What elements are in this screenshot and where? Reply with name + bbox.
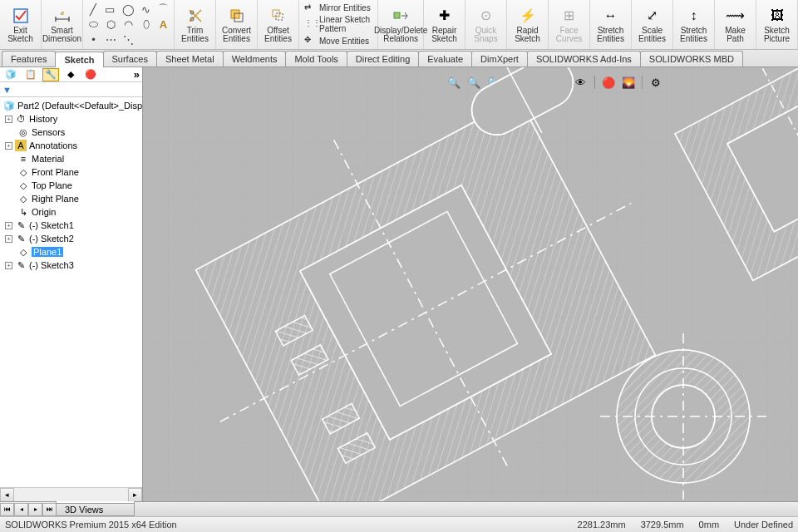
tree-node-front-plane[interactable]: ◇Front Plane — [0, 165, 142, 179]
bottom-tab-nav: ⏮ ◂ ▸ ⏭ — [0, 503, 57, 516]
node-icon: ✎ — [15, 233, 27, 244]
node-label: (-) Sketch3 — [29, 260, 74, 270]
misc-tool[interactable]: ⋱ — [123, 33, 134, 47]
status-edition: SOLIDWORKS Premium 2015 x64 Edition — [5, 520, 177, 530]
tree-node-plane1[interactable]: ◇Plane1 — [0, 245, 142, 259]
expand-icon[interactable]: + — [5, 116, 12, 123]
status-coord-x: 2281.23mm — [578, 520, 626, 530]
tab-nav-last[interactable]: ⏭ — [42, 503, 57, 516]
svg-rect-8 — [394, 12, 400, 18]
node-icon: A — [15, 140, 27, 151]
make-path-button[interactable]: ⟿ Make Path — [715, 0, 756, 49]
quick-snaps-button[interactable]: ⊙ Quick Snaps — [466, 0, 507, 49]
tree-tab-property[interactable]: 📋 — [22, 68, 39, 81]
stretch-entities-button-2[interactable]: ↕ Stretch Entities — [673, 0, 715, 49]
snaps-icon: ⊙ — [477, 7, 495, 25]
polygon-tool[interactable]: ⬡ — [106, 17, 116, 31]
spline-tool[interactable]: ∿ — [141, 2, 151, 16]
tree-expand-button[interactable]: » — [134, 68, 140, 81]
circle-tool[interactable]: ◯ — [122, 2, 135, 16]
tree-node--sketch3[interactable]: +✎(-) Sketch3 — [0, 259, 142, 272]
tree-tab-dim[interactable]: ◆ — [62, 68, 79, 81]
cmtab-evaluate[interactable]: Evaluate — [418, 51, 472, 66]
face-curves-label: Face Curves — [556, 27, 583, 43]
tree-node-top-plane[interactable]: ◇Top Plane — [0, 179, 142, 192]
node-icon: ◇ — [17, 193, 29, 204]
tree-tab-display[interactable]: 🔴 — [82, 68, 99, 81]
slot-tool[interactable]: ⬭ — [88, 17, 99, 31]
tree-root-node[interactable]: 🧊 Part2 (Default<<Default>_Disp — [0, 99, 142, 112]
cmtab-sheet-metal[interactable]: Sheet Metal — [156, 51, 224, 66]
cmtab-solidworks-mbd[interactable]: SOLIDWORKS MBD — [640, 51, 743, 66]
node-label: Plane1 — [32, 247, 63, 257]
rect-tool[interactable]: ▭ — [105, 2, 115, 16]
cmtab-dimxpert[interactable]: DimXpert — [471, 51, 528, 66]
linear-pattern-button[interactable]: ⋮⋮Linear Sketch Pattern — [304, 15, 372, 33]
expand-icon[interactable]: + — [5, 262, 12, 269]
cmtab-sketch[interactable]: Sketch — [55, 52, 103, 67]
display-delete-relations-button[interactable]: Display/Delete Relations — [378, 0, 424, 49]
tree-node-material-not-specified-[interactable]: ≡Material — [0, 152, 142, 165]
smart-dimension-button[interactable]: ø Smart Dimension — [42, 0, 83, 49]
offset-entities-button[interactable]: Offset Entities — [258, 0, 299, 49]
tab-nav-first[interactable]: ⏮ — [0, 503, 14, 516]
tree-tab-feature[interactable]: 🧊 — [2, 68, 19, 81]
cmtab-weldments[interactable]: Weldments — [223, 51, 287, 66]
trim-entities-button[interactable]: Trim Entities — [175, 0, 216, 49]
cmtab-direct-editing[interactable]: Direct Editing — [347, 51, 419, 66]
fillet-tool[interactable]: ⌒ — [158, 2, 169, 16]
ellipse-tool[interactable]: ⬯ — [140, 17, 151, 31]
rapid-icon: ⚡ — [519, 7, 537, 25]
tab-nav-prev[interactable]: ◂ — [14, 503, 28, 516]
tree-node-annotations[interactable]: +AAnnotations — [0, 139, 142, 152]
face-curves-button[interactable]: ⊞ Face Curves — [549, 0, 590, 49]
mirror-icon: ⇄ — [304, 2, 316, 14]
repair-sketch-button[interactable]: ✚ Repair Sketch — [424, 0, 466, 49]
tab-nav-next[interactable]: ▸ — [28, 503, 42, 516]
sketch-picture-button[interactable]: 🖼 Sketch Picture — [756, 0, 798, 49]
expand-icon[interactable]: + — [5, 235, 12, 243]
cmtab-solidworks-add-ins[interactable]: SOLIDWORKS Add-Ins — [527, 51, 641, 66]
point-tool[interactable]: • — [88, 33, 99, 47]
tree-node-origin[interactable]: ↳Origin — [0, 205, 142, 219]
tree-node--sketch2[interactable]: +✎(-) Sketch2 — [0, 232, 142, 245]
sketch-ribbon: Exit Sketch ø Smart Dimension ╱ ▭ ◯ ∿ ⌒ … — [0, 0, 798, 50]
mirror-entities-button[interactable]: ⇄Mirror Entities — [304, 2, 372, 14]
cmtab-features[interactable]: Features — [2, 51, 56, 66]
text-tool[interactable]: A — [158, 17, 169, 31]
status-bar: SOLIDWORKS Premium 2015 x64 Edition 2281… — [0, 516, 798, 532]
tree-hscrollbar[interactable]: ◂ ▸ — [0, 487, 142, 501]
cmtab-mold-tools[interactable]: Mold Tools — [285, 51, 347, 66]
centerline-tool[interactable]: ⋯ — [106, 33, 116, 47]
tree-tab-config[interactable]: 🔧 — [42, 68, 59, 81]
node-label: Material — [32, 154, 64, 164]
tree-node-history[interactable]: +⏱History — [0, 112, 142, 126]
rapid-sketch-button[interactable]: ⚡ Rapid Sketch — [507, 0, 549, 49]
tree-node--sketch1[interactable]: +✎(-) Sketch1 — [0, 219, 142, 232]
smart-dimension-label: Smart Dimension — [42, 27, 81, 43]
scroll-left-button[interactable]: ◂ — [0, 488, 14, 502]
cmtab-surfaces[interactable]: Surfaces — [103, 51, 157, 66]
pattern-icon: ⋮⋮ — [304, 18, 316, 30]
arc-tool[interactable]: ◠ — [123, 17, 134, 31]
move-entities-button[interactable]: ✥Move Entities — [304, 35, 372, 47]
feature-tree-panel: 🧊 📋 🔧 ◆ 🔴 » ▼ 🧊 Part2 (Default<<Default>… — [0, 67, 143, 501]
tree-node-sensors[interactable]: ◎Sensors — [0, 126, 142, 139]
expand-icon[interactable]: + — [5, 142, 12, 150]
node-label: Origin — [32, 207, 56, 217]
svg-text:ø: ø — [60, 10, 64, 16]
exit-sketch-button[interactable]: Exit Sketch — [0, 0, 42, 49]
convert-entities-button[interactable]: Convert Entities — [216, 0, 258, 49]
status-coord-y: 3729.5mm — [641, 520, 684, 530]
scroll-right-button[interactable]: ▸ — [128, 488, 142, 502]
tree-node-right-plane[interactable]: ◇Right Plane — [0, 192, 142, 205]
filter-icon[interactable]: ▼ — [2, 85, 12, 95]
bottom-tab-3d-views[interactable]: 3D Views — [56, 503, 135, 515]
relations-icon — [392, 7, 410, 25]
trim-icon — [186, 7, 204, 25]
graphics-viewport[interactable]: 🔍 🔍 🔍 📦 🧊 ▥ 👁 🔴 🌄 ⚙ — [143, 67, 798, 501]
line-tool[interactable]: ╱ — [88, 2, 98, 16]
scale-entities-button[interactable]: ⤢ Scale Entities — [632, 0, 673, 49]
expand-icon[interactable]: + — [5, 222, 12, 229]
stretch-entities-button-1[interactable]: ↔ Stretch Entities — [590, 0, 632, 49]
